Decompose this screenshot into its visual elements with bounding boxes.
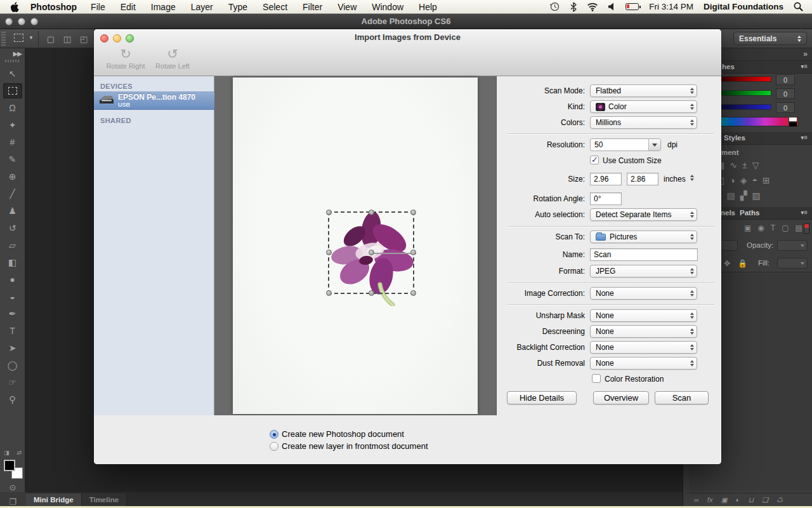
clone-stamp-tool[interactable]: ♟ xyxy=(3,203,22,218)
dock-collapse-icon[interactable]: » xyxy=(803,50,806,58)
wifi-icon[interactable] xyxy=(587,3,598,11)
swap-colors-icon[interactable]: ◨⇄ xyxy=(3,450,23,456)
menu-item[interactable]: Window xyxy=(372,2,403,12)
foreground-background-swatches[interactable] xyxy=(4,460,23,479)
time-machine-icon[interactable] xyxy=(549,1,560,12)
adjustment-icon[interactable]: ▨ xyxy=(752,190,760,201)
crop-tool[interactable]: # xyxy=(3,135,22,150)
rotation-angle-field[interactable]: 0° xyxy=(590,192,622,205)
adjustment-icon[interactable]: ◑ xyxy=(730,175,735,185)
dust-removal-select[interactable]: None xyxy=(590,357,697,370)
tool-preset-icon[interactable] xyxy=(14,34,23,42)
descreening-select[interactable]: None xyxy=(590,325,697,338)
new-selection-icon[interactable]: ▢ xyxy=(43,31,58,46)
menu-item[interactable]: Select xyxy=(263,2,287,12)
selection-handle[interactable] xyxy=(326,290,332,296)
lock-position-icon[interactable]: ✥ xyxy=(724,259,730,268)
foreground-color-swatch[interactable] xyxy=(4,460,15,471)
adjustment-icon[interactable]: ▤ xyxy=(726,190,735,201)
overview-button[interactable]: Overview xyxy=(593,391,649,404)
lock-all-icon[interactable]: 🔒 xyxy=(738,259,747,268)
adjustment-icon[interactable]: ▽ xyxy=(752,160,759,170)
adjustment-icon[interactable]: ◈ xyxy=(740,175,747,185)
selection-handle[interactable] xyxy=(369,290,374,296)
type-tool[interactable]: T xyxy=(3,323,22,338)
apple-menu[interactable] xyxy=(10,2,19,12)
hand-tool[interactable]: ☞ xyxy=(3,375,22,390)
menu-item[interactable]: Layer xyxy=(191,2,213,12)
quick-mask-icon[interactable]: ⊙ xyxy=(10,483,16,492)
gradient-tool[interactable]: ◧ xyxy=(3,255,22,270)
blue-value-box[interactable]: 0 xyxy=(776,102,795,113)
panel-menu-icon[interactable]: ▾≡ xyxy=(801,209,808,216)
bottom-panel-tab[interactable]: Timeline xyxy=(82,493,127,506)
layer-effects-icon[interactable]: fx xyxy=(707,496,713,504)
panel-menu-icon[interactable]: ▾≡ xyxy=(801,134,808,141)
lasso-tool[interactable]: Ω xyxy=(3,100,22,116)
adjustment-icon[interactable]: ∿ xyxy=(730,160,737,170)
use-custom-size-checkbox[interactable] xyxy=(590,156,599,164)
red-value-box[interactable]: 0 xyxy=(776,74,795,85)
menu-item[interactable]: File xyxy=(91,2,105,12)
kind-select[interactable]: Color xyxy=(590,100,697,113)
layer-group-icon[interactable]: ⊔ xyxy=(748,496,754,504)
menu-item[interactable]: View xyxy=(337,2,357,12)
size-width-field[interactable]: 2.96 xyxy=(590,173,622,185)
format-select[interactable]: JPEG xyxy=(590,265,697,277)
layer-filter-icon[interactable]: ◉ xyxy=(757,224,764,232)
auto-selection-select[interactable]: Detect Separate Items xyxy=(590,208,697,221)
layer-filter-icon[interactable]: ▤ xyxy=(796,224,802,232)
delete-layer-icon[interactable]: ♺ xyxy=(776,496,783,504)
new-layer-icon[interactable]: ❏ xyxy=(762,496,768,504)
history-brush-tool[interactable]: ↺ xyxy=(3,220,22,236)
adjustment-icon[interactable]: ⊞ xyxy=(763,175,770,185)
white-swatch[interactable] xyxy=(789,117,797,122)
rectangular-marquee-tool[interactable] xyxy=(3,83,22,98)
opacity-select[interactable] xyxy=(777,240,808,251)
panel-collapse-icon[interactable]: ▶▶ xyxy=(0,48,25,57)
dropdown-arrow-icon[interactable] xyxy=(648,139,660,150)
bottom-panel-tab[interactable]: Mini Bridge xyxy=(26,493,82,506)
adjustment-icon[interactable]: ± xyxy=(742,160,747,170)
panel-menu-icon[interactable]: ▾≡ xyxy=(801,63,808,70)
selection-center-handle[interactable] xyxy=(369,250,374,255)
filter-toggle-icon[interactable] xyxy=(804,224,809,234)
move-tool[interactable]: ↖ xyxy=(3,66,22,81)
selection-handle[interactable] xyxy=(410,290,416,296)
options-bar-grip[interactable] xyxy=(1,32,6,46)
bluetooth-icon[interactable] xyxy=(570,2,577,12)
battery-icon[interactable] xyxy=(625,3,639,10)
selection-handle[interactable] xyxy=(326,210,332,215)
selection-handle[interactable] xyxy=(410,250,416,255)
unsharp-mask-select[interactable]: None xyxy=(590,309,697,322)
blur-tool[interactable]: ● xyxy=(3,272,22,287)
menu-item[interactable]: Type xyxy=(228,2,247,12)
image-correction-select[interactable]: None xyxy=(590,287,697,300)
tab-styles[interactable]: Styles xyxy=(724,134,745,142)
user-account-menu[interactable]: Digital Foundations xyxy=(704,2,783,11)
black-swatch[interactable] xyxy=(789,122,797,127)
scan-mode-select[interactable]: Flatbed xyxy=(590,84,697,97)
scan-button[interactable]: Scan xyxy=(655,391,709,404)
selection-handle[interactable] xyxy=(326,250,332,255)
adjustment-icon[interactable]: ◓ xyxy=(752,175,757,185)
radio-button-icon[interactable] xyxy=(270,430,278,439)
tab-channels-partial[interactable]: nels xyxy=(721,209,735,217)
brush-tool[interactable]: ╱ xyxy=(3,186,22,201)
scanned-page-preview[interactable] xyxy=(233,77,478,414)
selection-marquee[interactable] xyxy=(328,211,414,294)
selection-handle[interactable] xyxy=(410,210,416,215)
workspace-switcher[interactable]: Essentials xyxy=(733,32,807,45)
rotate-left-button[interactable]: ↺ Rotate Left xyxy=(150,47,195,70)
fill-select[interactable] xyxy=(777,258,808,269)
eraser-tool[interactable]: ▱ xyxy=(3,237,22,253)
tool-preset-caret-icon[interactable]: ▼ xyxy=(29,35,34,41)
dodge-tool[interactable]: ◒ xyxy=(3,289,22,304)
layer-filter-icon[interactable]: ▣ xyxy=(744,224,751,232)
layer-mask-icon[interactable]: ▣ xyxy=(721,496,727,504)
selection-handle[interactable] xyxy=(369,210,374,215)
create-option-radio[interactable]: Create new Photoshop document xyxy=(270,429,428,439)
menu-item[interactable]: Help xyxy=(419,2,437,12)
subtract-from-selection-icon[interactable]: ◰ xyxy=(76,31,91,46)
sidebar-item-epson-scanner[interactable]: EPSON Pe...tion 4870 USB xyxy=(94,91,214,110)
